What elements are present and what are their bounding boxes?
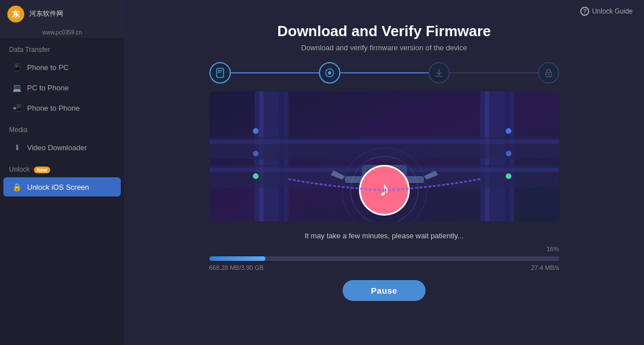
logo-icon: 东: [7, 5, 25, 23]
pause-button[interactable]: Pause: [343, 280, 426, 301]
top-bar: ? Unlock Guide: [124, 0, 644, 23]
logo-text: 河东软件网: [29, 9, 63, 19]
step-2-circle: [319, 62, 340, 84]
svg-point-10: [547, 74, 549, 76]
phone-to-phone-icon: 📲: [12, 103, 21, 112]
pc-to-phone-icon: 💻: [12, 83, 21, 92]
sidebar-item-video-downloader-label: Video Downloader: [27, 143, 87, 152]
new-badge: New: [34, 167, 50, 173]
progress-bar-container: [209, 256, 559, 261]
svg-point-6: [328, 71, 331, 75]
progress-percent: 16%: [209, 246, 559, 252]
content-area: Download and Verify Firmware Download an…: [124, 23, 644, 345]
svg-point-53: [506, 151, 511, 156]
svg-rect-19: [209, 139, 559, 144]
progress-downloaded: 668.28 MB/3.90 GB: [209, 264, 264, 271]
sidebar-item-phone-to-pc[interactable]: 📱 Phone to PC: [3, 58, 121, 77]
wait-text: It may take a few minutes, please wait p…: [209, 232, 559, 240]
step-progress: [209, 62, 559, 84]
page-title: Download and Verify Firmware: [277, 23, 491, 40]
illustration: ♪: [209, 91, 559, 221]
svg-point-50: [253, 151, 259, 156]
sidebar-item-unlock-ios-label: Unlock iOS Screen: [27, 183, 89, 191]
sidebar-item-phone-to-phone-label: Phone to Phone: [27, 104, 80, 112]
phone-to-pc-icon: 📱: [12, 63, 21, 72]
page-subtitle: Download and verify firmware version of …: [301, 43, 467, 52]
main-content: ? Unlock Guide Download and Verify Firmw…: [124, 0, 644, 345]
unlock-ios-icon: 🔒: [12, 182, 21, 191]
sidebar-item-phone-to-pc-label: Phone to PC: [27, 63, 69, 72]
sidebar-item-pc-to-phone[interactable]: 💻 PC to Phone: [3, 78, 121, 97]
logo-bar: 东 河东软件网: [0, 0, 124, 28]
progress-info: 668.28 MB/3.90 GB 27.4 MB/s: [209, 264, 559, 271]
data-transfer-section-label: Data Transfer: [0, 38, 124, 57]
step-line-2: [340, 72, 428, 73]
sidebar-item-unlock-ios-screen[interactable]: 🔒 Unlock iOS Screen: [3, 177, 121, 196]
svg-rect-2: [217, 68, 224, 77]
step-4-circle: [538, 62, 559, 84]
step-1-circle: [209, 62, 231, 84]
svg-rect-4: [218, 72, 221, 73]
step-line-3: [450, 72, 538, 73]
video-downloader-icon: ⬇: [12, 143, 21, 152]
svg-rect-3: [218, 70, 222, 71]
media-section-label: Media: [0, 118, 124, 137]
svg-point-51: [253, 173, 259, 179]
unlock-section-label: Unlock New: [0, 158, 124, 177]
step-line-1: [231, 72, 319, 73]
svg-point-49: [253, 128, 259, 134]
svg-point-52: [506, 128, 511, 134]
unlock-guide-icon: ?: [580, 7, 589, 16]
sidebar-item-phone-to-phone[interactable]: 📲 Phone to Phone: [3, 98, 121, 117]
unlock-guide-link[interactable]: ? Unlock Guide: [580, 7, 633, 16]
progress-bar-fill: [209, 256, 265, 261]
svg-text:东: 东: [12, 10, 20, 19]
progress-speed: 27.4 MB/s: [531, 264, 559, 271]
progress-section: It may take a few minutes, please wait p…: [209, 232, 559, 271]
sidebar-item-video-downloader[interactable]: ⬇ Video Downloader: [3, 138, 121, 157]
unlock-guide-label: Unlock Guide: [592, 7, 633, 15]
svg-point-54: [506, 173, 511, 179]
step-3-circle: [428, 62, 450, 84]
watermark: www.pc0359.cn: [0, 28, 124, 38]
svg-text:♪: ♪: [379, 177, 389, 200]
sidebar-item-pc-to-phone-label: PC to Phone: [27, 84, 69, 92]
sidebar: 东 河东软件网 www.pc0359.cn Data Transfer 📱 Ph…: [0, 0, 124, 345]
